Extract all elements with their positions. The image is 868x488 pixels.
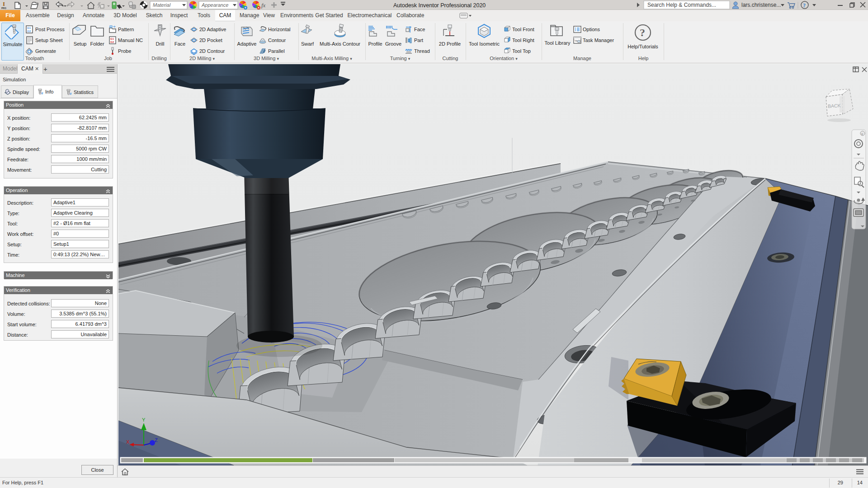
svg-text:BACK: BACK: [828, 103, 841, 108]
svg-text:#: #: [41, 91, 43, 95]
svg-text:x: x: [861, 132, 863, 136]
svg-text:#: #: [70, 92, 72, 96]
svg-text:fx: fx: [261, 2, 266, 9]
svg-text:G1: G1: [27, 27, 31, 29]
svg-text:G2: G2: [27, 30, 31, 33]
svg-text:X: X: [126, 439, 130, 445]
svg-text:G2: G2: [110, 41, 114, 43]
svg-text:Search Help & Commands...: Search Help & Commands...: [647, 2, 716, 8]
svg-text:Material: Material: [153, 2, 171, 8]
svg-text:Autodesk Inventor Professional: Autodesk Inventor Professional 2020: [393, 2, 486, 9]
svg-text:?: ?: [640, 27, 645, 38]
svg-text:Y: Y: [142, 417, 146, 422]
svg-text:lars.christense...: lars.christense...: [741, 2, 781, 8]
svg-text:PRO: PRO: [1, 7, 6, 9]
svg-text:?: ?: [803, 2, 806, 9]
svg-text:Appearance: Appearance: [201, 2, 228, 8]
svg-text:Z: Z: [155, 437, 158, 443]
svg-text:%: %: [575, 39, 577, 42]
svg-text:I: I: [3, 0, 5, 7]
svg-text:G1: G1: [110, 38, 114, 40]
